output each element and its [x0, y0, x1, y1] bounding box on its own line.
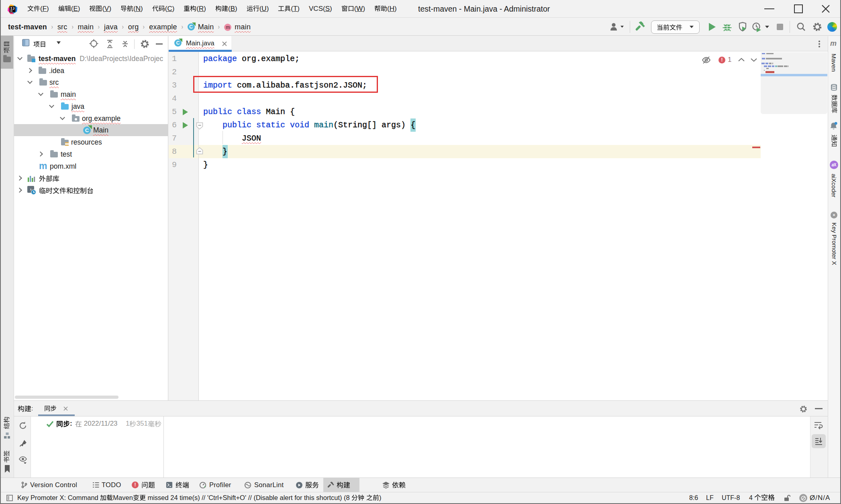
svg-text:IJ: IJ [10, 7, 15, 11]
